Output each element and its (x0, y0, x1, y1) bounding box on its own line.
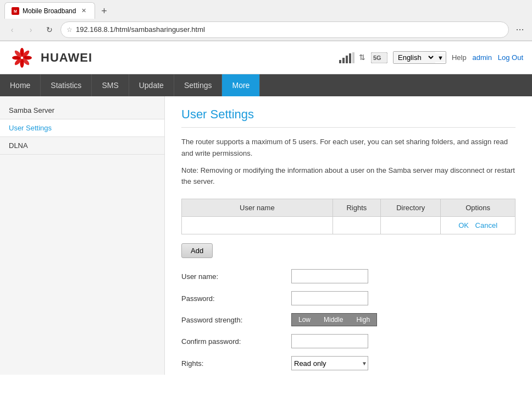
rights-select-wrapper: Read only Read/Write ▼ (291, 356, 368, 370)
user-table: User name Rights Directory Options OK Ca… (181, 199, 516, 234)
pwd-strength-label: Password strength: (181, 316, 291, 324)
col-rights: Rights (332, 199, 381, 217)
svg-rect-12 (346, 56, 348, 63)
svg-rect-10 (339, 60, 341, 63)
new-tab-button[interactable]: + (96, 3, 112, 19)
pwd-high-btn[interactable]: High (350, 314, 376, 326)
password-input[interactable] (291, 291, 368, 305)
lock-icon: ☆ (66, 26, 73, 34)
row-cancel-link[interactable]: Cancel (475, 221, 497, 229)
nav-item-update[interactable]: Update (129, 74, 174, 96)
row-username-input[interactable] (186, 220, 328, 231)
pwd-low-btn[interactable]: Low (292, 314, 317, 326)
nav-item-statistics[interactable]: Statistics (41, 74, 92, 96)
password-label: Password: (181, 294, 291, 303)
signal-strength-icon (339, 52, 356, 63)
rights-label: Rights: (181, 359, 291, 368)
language-dropdown[interactable]: English Chinese (394, 52, 435, 63)
svg-text:5G: 5G (373, 54, 381, 61)
username-row: User name: (181, 269, 516, 283)
refresh-button[interactable]: ↻ (42, 22, 57, 37)
browser-menu-button[interactable]: ··· (512, 22, 528, 37)
nav-item-home[interactable]: Home (0, 74, 41, 96)
password-row: Password: (181, 291, 516, 305)
row-options-cell: OK Cancel (441, 217, 516, 234)
svg-rect-13 (349, 53, 351, 63)
sidebar-item-user-settings[interactable]: User Settings (0, 119, 164, 137)
col-username: User name (182, 199, 333, 217)
address-bar[interactable]: ☆ 192.168.8.1/html/sambasharinguser.html (60, 21, 509, 38)
huawei-logo-icon (9, 47, 35, 69)
forward-button[interactable]: › (23, 22, 38, 37)
main-content: User Settings The router supports a maxi… (165, 96, 532, 375)
sidebar-item-samba-server[interactable]: Samba Server (0, 102, 164, 119)
pwd-strength-bar: Low Middle High (291, 313, 516, 326)
back-button[interactable]: ‹ (4, 22, 20, 37)
svg-rect-11 (342, 58, 345, 63)
header-links: Help admin Log Out (452, 53, 523, 62)
browser-tab[interactable]: M Mobile Broadband ✕ (4, 2, 95, 19)
col-directory: Directory (381, 199, 441, 217)
description-text: The router supports a maximum of 5 users… (181, 136, 516, 160)
tab-close-btn[interactable]: ✕ (79, 7, 88, 15)
svg-text:⇅: ⇅ (359, 53, 365, 62)
sidebar-item-dlna[interactable]: DLNA (0, 137, 164, 155)
pwd-strength-row: Password strength: Low Middle High (181, 313, 516, 326)
main-nav: Home Statistics SMS Update Settings More (0, 74, 532, 96)
tab-title: Mobile Broadband (23, 7, 76, 15)
help-text: Help (452, 53, 467, 62)
huawei-logo: HUAWEI (9, 47, 92, 69)
address-text: 192.168.8.1/html/sambasharinguser.html (76, 25, 503, 34)
note-text: Note: Removing or modifying the informat… (181, 165, 516, 188)
language-selector[interactable]: English Chinese ▼ (393, 51, 446, 64)
data-transfer-icon: ⇅ (358, 52, 369, 63)
col-options: Options (441, 199, 516, 217)
row-username-cell (182, 217, 333, 234)
confirm-pwd-row: Confirm password: (181, 334, 516, 348)
rights-row: Rights: Read only Read/Write ▼ (181, 356, 516, 370)
table-row: OK Cancel (182, 217, 516, 234)
row-rights-cell (332, 217, 381, 234)
pwd-middle-btn[interactable]: Middle (317, 314, 350, 326)
admin-link[interactable]: admin (472, 53, 491, 62)
rights-select[interactable]: Read only Read/Write (291, 356, 368, 370)
page-title: User Settings (181, 107, 516, 128)
nav-item-more[interactable]: More (222, 74, 260, 96)
nav-item-settings[interactable]: Settings (174, 74, 223, 96)
row-ok-link[interactable]: OK (458, 221, 469, 229)
confirm-pwd-label: Confirm password: (181, 337, 291, 346)
username-label: User name: (181, 272, 291, 281)
sidebar: Samba Server User Settings DLNA (0, 96, 165, 375)
svg-text:M: M (14, 9, 17, 13)
svg-rect-14 (352, 52, 354, 63)
logout-link[interactable]: Log Out (498, 53, 523, 62)
signal-icons: ⇅ 5G (339, 52, 387, 63)
nav-item-sms[interactable]: SMS (92, 74, 129, 96)
5g-icon: 5G (371, 52, 387, 63)
row-directory-cell (381, 217, 441, 234)
username-input[interactable] (291, 269, 368, 283)
confirm-pwd-input[interactable] (291, 334, 368, 348)
logo-text: HUAWEI (41, 51, 92, 65)
add-button[interactable]: Add (181, 243, 213, 258)
tab-favicon: M (12, 7, 19, 15)
